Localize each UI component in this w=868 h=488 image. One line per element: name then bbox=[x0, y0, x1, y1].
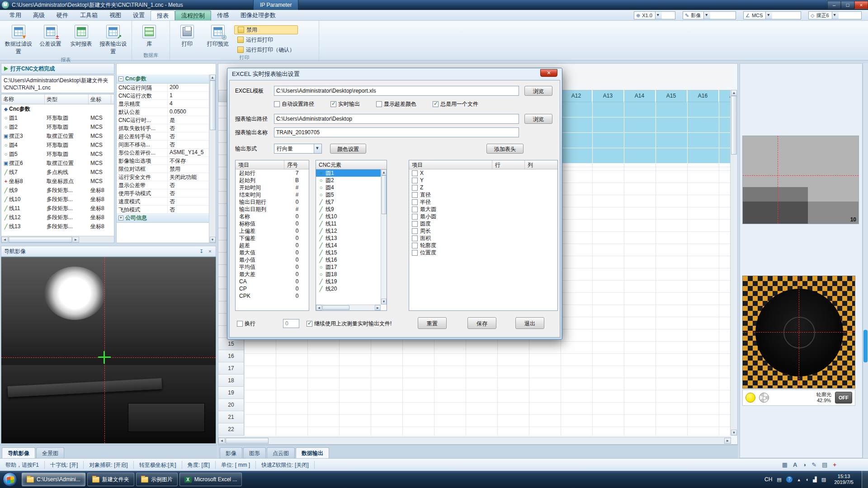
property-row[interactable]: 间面不移动... 否 bbox=[117, 141, 210, 149]
maximize-button[interactable] bbox=[841, 1, 854, 9]
row-header[interactable]: 20 bbox=[218, 399, 244, 411]
property-row[interactable]: 默认公差 0.0500 bbox=[117, 108, 210, 116]
library-button[interactable]: 库 bbox=[135, 23, 164, 49]
report-item-row[interactable]: 开始时间 # bbox=[236, 184, 309, 191]
output-column-row[interactable]: 位置度 bbox=[409, 249, 557, 256]
scroll-up-icon[interactable] bbox=[731, 90, 737, 96]
checkbox-icon[interactable] bbox=[412, 178, 418, 183]
status-bar-item[interactable]: 对象捕获: [开启] bbox=[84, 461, 133, 469]
light-off-button[interactable]: OFF bbox=[835, 392, 852, 404]
sheet-hscrollbar[interactable] bbox=[218, 437, 731, 444]
sheet-vscrollbar[interactable] bbox=[730, 90, 737, 436]
print-button[interactable]: 打印 bbox=[173, 23, 202, 54]
status-bar-item[interactable]: 十字线: [开] bbox=[45, 461, 84, 469]
column-header-index[interactable]: 序号 bbox=[284, 160, 309, 169]
property-row[interactable]: 抓取失败转手... 否 bbox=[117, 124, 210, 132]
output-format-combo[interactable]: 行向量 bbox=[274, 144, 322, 154]
report-item-row[interactable]: CP 0 bbox=[236, 285, 309, 292]
element-row[interactable]: 线13 多段矩形... 坐标8 bbox=[1, 222, 114, 231]
element-row[interactable]: 摆正3 取摆正位置 MCS bbox=[1, 131, 114, 141]
output-column-row[interactable]: Z bbox=[409, 184, 557, 191]
element-row[interactable]: 线10 多段矩形... 坐标8 bbox=[1, 195, 114, 204]
row-header[interactable]: 21 bbox=[218, 411, 244, 423]
column-header-name[interactable]: 名称 bbox=[1, 94, 45, 104]
dialog-option-checkbox[interactable]: 总是用一个文件 bbox=[433, 100, 478, 108]
row-header[interactable]: 19 bbox=[218, 387, 244, 399]
report-item-row[interactable]: 输出日期列 # bbox=[236, 206, 309, 213]
crosshair-icon[interactable] bbox=[833, 461, 836, 468]
checkbox-icon[interactable] bbox=[433, 101, 439, 107]
checkbox-icon[interactable] bbox=[412, 250, 418, 256]
checkbox-icon[interactable] bbox=[237, 321, 243, 327]
navigation-camera-image[interactable] bbox=[1, 257, 216, 444]
property-section-company[interactable]: 公司信息 bbox=[117, 214, 210, 223]
property-row[interactable]: 影像输出选项 不保存 bbox=[117, 157, 210, 165]
checkbox-icon[interactable] bbox=[412, 170, 418, 176]
property-row[interactable]: 限位对话框 禁用 bbox=[117, 165, 210, 173]
ribbon-tab[interactable]: 硬件 bbox=[51, 10, 74, 20]
report-item-row[interactable]: 标称值 0 bbox=[236, 220, 309, 227]
chevron-down-icon[interactable] bbox=[655, 12, 662, 19]
checkbox-icon[interactable] bbox=[412, 221, 418, 227]
volume-icon[interactable] bbox=[806, 477, 809, 482]
property-section-cnc[interactable]: Cnc参数 bbox=[117, 75, 210, 84]
cnc-element-item[interactable]: 线19 bbox=[316, 278, 381, 285]
contrast-icon[interactable] bbox=[802, 461, 806, 468]
browse-template-button[interactable]: 浏览 bbox=[524, 86, 552, 96]
report-item-row[interactable]: 最小值 0 bbox=[236, 256, 309, 263]
pin-icon[interactable] bbox=[198, 249, 204, 254]
report-output-settings-button[interactable]: 报表输出设置 bbox=[98, 23, 129, 56]
network-icon[interactable] bbox=[813, 477, 816, 483]
scroll-thumb[interactable] bbox=[322, 305, 349, 310]
keyboard-icon[interactable] bbox=[777, 477, 781, 483]
output-name-input[interactable] bbox=[274, 127, 519, 137]
continue-last-file-checkbox[interactable]: 继续使用上次测量实时输出文件! bbox=[307, 320, 392, 327]
ribbon-tab[interactable]: 视图 bbox=[104, 10, 127, 20]
output-column-row[interactable]: 最小圆 bbox=[409, 213, 557, 220]
report-item-row[interactable]: 结束时间 # bbox=[236, 191, 309, 198]
dialog-option-checkbox[interactable]: 显示超差颜色 bbox=[376, 100, 416, 108]
scroll-thumb[interactable] bbox=[382, 175, 387, 214]
pen-icon[interactable] bbox=[811, 461, 816, 468]
coordinate-system-combo[interactable]: MCS bbox=[743, 11, 801, 19]
output-column-row[interactable]: X bbox=[409, 169, 557, 177]
column-header-item[interactable]: 项目 bbox=[236, 160, 284, 169]
checkbox-icon[interactable] bbox=[412, 185, 418, 191]
cnc-element-item[interactable]: 线13 bbox=[316, 235, 381, 242]
exit-button[interactable]: 退出 bbox=[515, 317, 544, 329]
print-preview-button[interactable]: 打印预览 bbox=[203, 23, 232, 54]
close-button[interactable] bbox=[854, 1, 868, 9]
scroll-right-icon[interactable] bbox=[724, 438, 731, 444]
report-item-row[interactable]: 上偏差 0 bbox=[236, 227, 309, 235]
cnc-element-item[interactable]: 圆1 bbox=[316, 169, 381, 177]
element-list-vscrollbar[interactable] bbox=[381, 169, 387, 305]
output-column-row[interactable]: 周长 bbox=[409, 227, 557, 235]
column-header[interactable]: A14 bbox=[624, 90, 656, 102]
checkbox-icon[interactable] bbox=[412, 235, 418, 241]
status-bar-item[interactable]: 转至极坐标:[关] bbox=[134, 461, 182, 469]
checkbox-icon[interactable] bbox=[412, 214, 418, 220]
cnc-element-item[interactable]: 线7 bbox=[316, 198, 381, 206]
add-table-header-button[interactable]: 添加表头 bbox=[486, 144, 524, 154]
scroll-up-icon[interactable] bbox=[210, 75, 216, 80]
browse-output-path-button[interactable]: 浏览 bbox=[524, 114, 552, 124]
reset-button[interactable]: 重置 bbox=[418, 317, 447, 329]
save-button[interactable]: 保存 bbox=[467, 317, 496, 329]
cnc-element-item[interactable]: 线14 bbox=[316, 242, 381, 249]
property-row[interactable]: 显示公差带 否 bbox=[117, 181, 210, 189]
show-desktop-button[interactable] bbox=[862, 471, 868, 488]
checkbox-icon[interactable] bbox=[412, 192, 418, 198]
row-header[interactable]: 16 bbox=[218, 350, 244, 362]
cnc-element-item[interactable]: 圆18 bbox=[316, 271, 381, 278]
scroll-down-icon[interactable] bbox=[381, 299, 387, 305]
report-item-row[interactable]: 最大差 0 bbox=[236, 271, 309, 278]
scroll-left-icon[interactable] bbox=[316, 305, 322, 310]
cnc-element-item[interactable]: 线10 bbox=[316, 213, 381, 220]
ring-light-icon[interactable] bbox=[745, 393, 755, 403]
report-item-row[interactable]: 名称 0 bbox=[236, 213, 309, 220]
checkbox-icon[interactable] bbox=[412, 228, 418, 234]
print-after-run-confirm-button[interactable]: 运行后打印（确认） bbox=[234, 45, 298, 54]
element-row[interactable]: 线12 多段矩形... 坐标8 bbox=[1, 213, 114, 222]
property-row[interactable]: CNC运行次数 1 bbox=[117, 92, 210, 100]
column-header[interactable]: A13 bbox=[592, 90, 624, 102]
